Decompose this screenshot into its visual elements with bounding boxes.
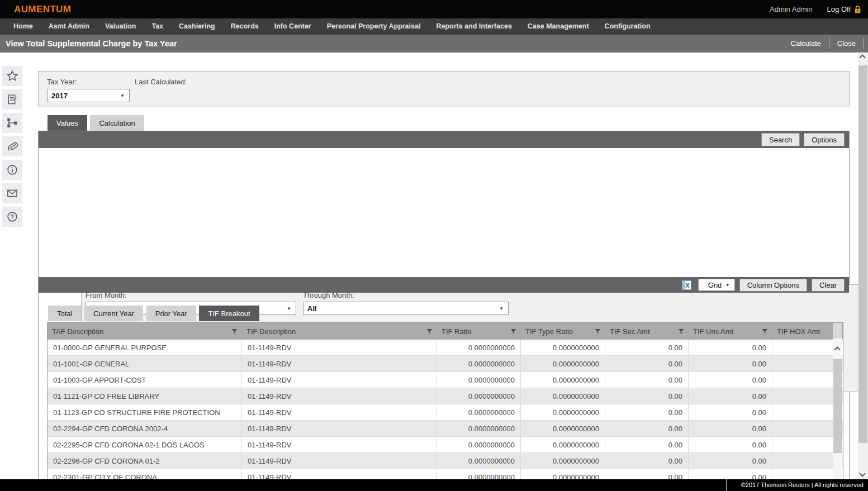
column-header-tif-uns-amt[interactable]: TIF Uns Amt — [689, 323, 772, 340]
grid-vertical-scrollbar[interactable] — [833, 339, 842, 479]
search-button[interactable]: Search — [761, 133, 800, 146]
page-scrollbar-thumb[interactable] — [858, 65, 867, 443]
through-month-select[interactable]: All▼ — [303, 302, 509, 315]
close-button[interactable]: Close — [829, 35, 864, 53]
tab-calculation[interactable]: Calculation — [90, 115, 144, 131]
column-header-tif-description[interactable]: TIF Description — [242, 323, 437, 340]
filter-funnel-icon[interactable] — [595, 328, 601, 335]
cell-taf-description: 02-2294-GP CFD CORONA 2002-4 — [48, 421, 242, 436]
tab-current-year[interactable]: Current Year — [84, 306, 143, 321]
table-row[interactable]: 01-0000-GP GENERAL PURPOSE 01-1149-RDV 0… — [48, 340, 843, 356]
nav-item-info-center[interactable]: Info Center — [267, 18, 319, 35]
sidebar-workflow-button[interactable] — [2, 113, 22, 133]
nav-item-valuation[interactable]: Valuation — [97, 18, 144, 35]
nav-item-cashiering[interactable]: Cashiering — [171, 18, 223, 35]
sidebar-attachments-button[interactable] — [2, 136, 22, 156]
nav-item-home[interactable]: Home — [6, 18, 41, 35]
column-header-tif-sec-amt[interactable]: TIF Sec Amt — [605, 323, 689, 340]
table-row[interactable]: 01-1001-GP GENERAL 01-1149-RDV 0.0000000… — [48, 356, 843, 372]
column-header-taf-description[interactable]: TAF Description — [48, 323, 242, 340]
filter-funnel-icon[interactable] — [510, 328, 516, 335]
scroll-up-icon[interactable] — [834, 346, 840, 352]
scroll-down-icon[interactable] — [859, 470, 865, 476]
cell-tif-uns-amt: 0.00 — [689, 404, 772, 420]
cell-tif-uns-amt: 0.00 — [689, 437, 772, 452]
column-header-tif-ratio[interactable]: TIF Ratio — [437, 323, 521, 340]
tax-year-panel: Tax Year: 2017 ▼ Last Calculated: — [38, 71, 850, 107]
search-toolbar: Search Options — [39, 131, 849, 148]
tab-tif-breakout[interactable]: TIF Breakout — [199, 306, 259, 321]
cell-tif-hox-amt — [772, 404, 833, 420]
sidebar-notes-button[interactable] — [2, 89, 22, 109]
table-row[interactable]: 01-1003-GP APPORT-COST 01-1149-RDV 0.000… — [48, 372, 843, 388]
log-off-button[interactable]: Log Off — [827, 5, 861, 14]
cell-taf-description: 02-2296-GP CFD CORONA 01-2 — [48, 453, 242, 469]
column-header-tif-type-ratio[interactable]: TIF Type Ratio — [521, 323, 605, 340]
cell-tif-sec-amt: 0.00 — [605, 453, 689, 469]
nav-item-records[interactable]: Records — [223, 18, 267, 35]
workflow-icon — [7, 117, 18, 128]
tab-values[interactable]: Values — [48, 115, 87, 131]
tab-total[interactable]: Total — [48, 306, 81, 321]
tab-prior-year[interactable]: Prior Year — [146, 306, 196, 321]
filter-funnel-icon[interactable] — [762, 328, 768, 335]
cell-tif-hox-amt — [772, 372, 833, 388]
svg-text:X: X — [685, 282, 690, 289]
cell-tif-description: 01-1149-RDV — [242, 356, 437, 371]
scroll-up-icon[interactable] — [859, 54, 865, 60]
sidebar-favorites-button[interactable] — [2, 66, 22, 86]
nav-item-reports-and-interfaces[interactable]: Reports and Interfaces — [428, 18, 519, 35]
calculate-button[interactable]: Calculate — [783, 35, 829, 53]
footer-bar: ©2017 Thomson Reuters | All rights reser… — [0, 479, 868, 491]
nav-item-configuration[interactable]: Configuration — [597, 18, 658, 35]
grid-view-select[interactable]: Grid ▼ — [698, 279, 735, 291]
grid-scrollbar-thumb[interactable] — [833, 359, 842, 453]
cell-tif-uns-amt: 0.00 — [689, 356, 772, 371]
nav-item-asmt-admin[interactable]: Asmt Admin — [41, 18, 97, 35]
cell-tif-description: 01-1149-RDV — [242, 453, 437, 469]
nav-item-case-management[interactable]: Case Management — [520, 18, 597, 35]
excel-export-icon[interactable]: X — [682, 280, 691, 290]
table-row[interactable]: 01-1123-GP CO STRUCTURE FIRE PROTECTION … — [48, 404, 843, 421]
last-calculated-label: Last Calculated: — [135, 78, 187, 86]
tif-breakout-table: TAF Description TIF Description TIF Rati… — [47, 322, 843, 486]
cell-tif-type-ratio: 0.0000000000 — [521, 388, 605, 404]
nav-item-tax[interactable]: Tax — [144, 18, 171, 35]
options-button[interactable]: Options — [804, 133, 845, 146]
nav-item-personal-property-appraisal[interactable]: Personal Property Appraisal — [319, 18, 429, 35]
filter-funnel-icon[interactable] — [678, 328, 684, 335]
filter-funnel-icon[interactable] — [426, 328, 433, 335]
page-vertical-scrollbar[interactable] — [858, 53, 868, 479]
table-body: 01-0000-GP GENERAL PURPOSE 01-1149-RDV 0… — [48, 340, 843, 485]
cell-tif-sec-amt: 0.00 — [605, 421, 689, 436]
page-title: View Total Supplemental Charge by Tax Ye… — [6, 35, 177, 53]
sidebar-mail-button[interactable] — [2, 183, 22, 203]
column-options-button[interactable]: Column Options — [739, 279, 807, 292]
filter-funnel-icon[interactable] — [231, 328, 238, 335]
grid-tab-strip: Total Current Year Prior Year TIF Breako… — [48, 306, 260, 321]
cell-tif-description: 01-1149-RDV — [242, 404, 437, 420]
table-row[interactable]: 02-2296-GP CFD CORONA 01-2 01-1149-RDV 0… — [48, 453, 843, 469]
cell-tif-type-ratio: 0.0000000000 — [521, 421, 605, 436]
cell-tif-sec-amt: 0.00 — [605, 388, 689, 404]
table-row[interactable]: 01-1121-GP CO FREE LIBRARY 01-1149-RDV 0… — [48, 388, 843, 404]
cell-tif-sec-amt: 0.00 — [605, 437, 689, 452]
sidebar-info-button[interactable] — [2, 160, 22, 180]
cell-tif-description: 01-1149-RDV — [242, 421, 437, 436]
tax-year-select[interactable]: 2017 ▼ — [47, 89, 130, 102]
sidebar-help-button[interactable]: ? — [2, 207, 22, 227]
cell-tif-sec-amt: 0.00 — [605, 356, 689, 371]
cell-taf-description: 01-1003-GP APPORT-COST — [48, 372, 242, 388]
cell-tif-type-ratio: 0.0000000000 — [521, 404, 605, 420]
cell-tif-uns-amt: 0.00 — [689, 453, 772, 469]
column-header-tif-hox-amt[interactable]: TIF HOX Amt — [772, 323, 833, 340]
cell-tif-description: 01-1149-RDV — [242, 340, 437, 355]
page-title-bar: View Total Supplemental Charge by Tax Ye… — [0, 35, 868, 53]
clear-button[interactable]: Clear — [812, 279, 845, 292]
cell-tif-ratio: 0.0000000000 — [437, 453, 521, 469]
cell-tif-type-ratio: 0.0000000000 — [521, 453, 605, 469]
cell-tif-ratio: 0.0000000000 — [437, 372, 521, 388]
svg-text:?: ? — [11, 213, 14, 220]
table-row[interactable]: 02-2295-GP CFD CORONA 02-1 DOS LAGOS 01-… — [48, 437, 843, 453]
table-row[interactable]: 02-2294-GP CFD CORONA 2002-4 01-1149-RDV… — [48, 421, 843, 437]
